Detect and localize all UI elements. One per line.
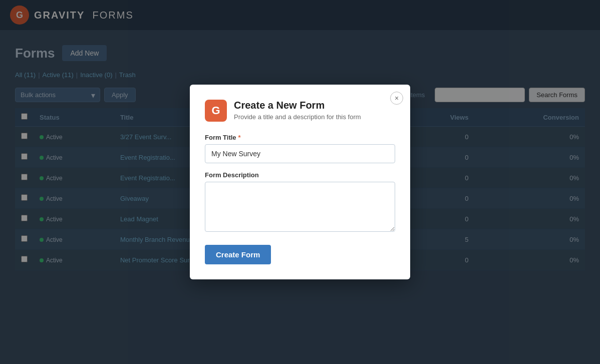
create-form-modal: × G Create a New Form Provide a title an… — [190, 85, 410, 279]
form-description-textarea[interactable] — [205, 182, 395, 232]
modal-title: Create a New Form — [234, 100, 361, 111]
form-description-group: Form Description — [205, 171, 395, 234]
form-title-input[interactable] — [205, 144, 395, 163]
modal-header: G Create a New Form Provide a title and … — [205, 100, 395, 122]
form-title-label: Form Title* — [205, 134, 395, 141]
create-form-button[interactable]: Create Form — [205, 245, 271, 264]
modal-logo-letter: G — [211, 104, 220, 117]
form-title-group: Form Title* — [205, 134, 395, 163]
modal-logo: G — [205, 100, 227, 122]
form-description-label: Form Description — [205, 171, 395, 179]
modal-close-button[interactable]: × — [390, 92, 403, 105]
modal-subtitle: Provide a title and a description for th… — [234, 113, 361, 121]
modal-title-area: Create a New Form Provide a title and a … — [234, 100, 361, 121]
modal-overlay[interactable]: × G Create a New Form Provide a title an… — [0, 0, 600, 364]
